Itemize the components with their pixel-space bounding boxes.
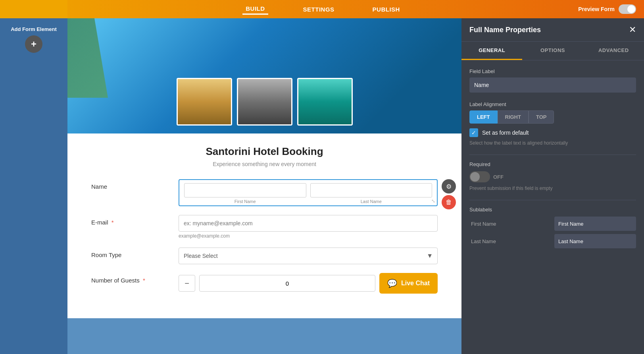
live-chat-label: Live Chat	[401, 280, 430, 287]
name-field-container[interactable]: First Name Last Name ⤡	[179, 179, 438, 206]
panel-title: Full Name Properties	[469, 26, 541, 34]
photo-2-inner	[238, 79, 291, 124]
align-right-button[interactable]: RIGHT	[498, 110, 529, 124]
tab-publish[interactable]: PUBLISH	[369, 4, 403, 14]
tab-general[interactable]: GENERAL	[461, 42, 522, 60]
panel-tabs: GENERAL OPTIONS ADVANCED	[461, 42, 644, 60]
field-label-section: Field Label	[469, 68, 636, 93]
room-type-label: Room Type	[91, 248, 171, 258]
name-label: Name	[91, 179, 171, 190]
divider-2	[469, 200, 636, 200]
guests-label: Number of Guests *	[91, 273, 171, 284]
add-icon[interactable]: +	[25, 35, 42, 53]
sublabels-header: Sublabels	[469, 207, 636, 213]
field-label-prop-label: Field Label	[469, 68, 636, 74]
add-form-element-button[interactable]: Add Form Element +	[11, 26, 57, 53]
guests-value-display: 0	[199, 275, 375, 292]
first-name-sublabel: First Name	[184, 199, 306, 204]
field-settings-button[interactable]: ⚙	[442, 179, 456, 193]
field-label-input[interactable]	[469, 77, 636, 93]
hero-photos	[177, 78, 353, 126]
photo-1-inner	[178, 79, 231, 124]
set-default-checkbox[interactable]: ✓	[469, 128, 478, 137]
guests-field-group: − 0 💬 Live Chat	[179, 273, 438, 294]
first-name-sublabel-input[interactable]	[554, 217, 636, 231]
form-hero-image	[67, 18, 461, 133]
name-form-row: Name First Name Last Name ⤡	[91, 179, 438, 206]
sublabels-grid: First Name Last Name	[469, 217, 636, 248]
email-form-row: E-mail * example@example.com	[91, 215, 438, 239]
tab-build[interactable]: BUILD	[242, 4, 268, 15]
tab-settings[interactable]: SETTINGS	[300, 4, 338, 14]
last-name-wrapper: Last Name	[310, 183, 433, 204]
required-toggle-label: OFF	[493, 174, 504, 180]
label-alignment-prop-label: Label Alignment	[469, 101, 636, 107]
room-type-form-row: Room Type Please Select ▼	[91, 248, 438, 264]
last-name-sublabel-label: Last Name	[469, 234, 551, 248]
right-panel: Full Name Properties ✕ GENERAL OPTIONS A…	[461, 18, 644, 354]
first-name-input[interactable]	[184, 183, 306, 197]
required-toggle-row: OFF	[469, 171, 636, 182]
resize-handle-icon: ⤡	[431, 198, 435, 204]
email-field-group: example@example.com	[179, 215, 438, 239]
room-type-select[interactable]: Please Select	[179, 248, 438, 264]
required-toggle[interactable]	[469, 171, 490, 182]
email-label: E-mail *	[91, 215, 171, 226]
field-actions: ⚙ 🗑	[442, 179, 456, 209]
number-guests-row: − 0 💬 Live Chat	[179, 273, 438, 294]
email-sublabel: example@example.com	[179, 233, 438, 239]
required-prop-label: Required	[469, 161, 636, 167]
last-name-sublabel: Last Name	[310, 199, 433, 204]
hero-photo-1	[177, 78, 232, 126]
form-content: Santorini Hotel Booking Experience somet…	[67, 133, 461, 318]
room-type-select-wrapper: Please Select ▼	[179, 248, 438, 264]
last-name-sublabel-input[interactable]	[554, 234, 636, 248]
required-help-text: Prevent submission if this field is empt…	[469, 186, 636, 191]
top-nav: BUILD SETTINGS PUBLISH Preview Form	[0, 0, 644, 18]
room-type-field-group: Please Select ▼	[179, 248, 438, 264]
gear-icon: ⚙	[446, 183, 452, 190]
preview-form-toggle[interactable]	[619, 4, 636, 14]
name-field-group: First Name Last Name ⤡	[179, 179, 438, 206]
panel-close-button[interactable]: ✕	[629, 25, 636, 34]
chat-bubble-icon: 💬	[387, 279, 397, 288]
align-top-button[interactable]: TOP	[529, 110, 554, 124]
email-required-star: *	[111, 219, 114, 226]
alignment-buttons: LEFT RIGHT TOP	[469, 110, 636, 124]
set-default-row: ✓ Set as form default	[469, 128, 636, 137]
trash-icon: 🗑	[446, 199, 452, 206]
divider-1	[469, 155, 636, 155]
form-subtitle: Experience something new every moment	[91, 161, 438, 167]
guests-decrement-button[interactable]: −	[179, 275, 195, 292]
panel-header: Full Name Properties ✕	[461, 18, 644, 42]
tab-options[interactable]: OPTIONS	[522, 42, 583, 60]
email-input[interactable]	[179, 215, 438, 232]
guests-required-star: *	[143, 277, 145, 284]
left-sidebar: Add Form Element +	[0, 18, 67, 354]
first-name-sublabel-label: First Name	[469, 217, 551, 231]
photo-3-inner	[298, 79, 352, 124]
sublabels-section: Sublabels First Name Last Name	[469, 207, 636, 248]
form-canvas: Santorini Hotel Booking Experience somet…	[67, 18, 461, 354]
nav-logo-area	[0, 0, 67, 18]
last-name-input[interactable]	[310, 183, 433, 197]
field-delete-button[interactable]: 🗑	[442, 195, 456, 209]
form-title: Santorini Hotel Booking	[91, 145, 438, 158]
main-layout: Add Form Element + Santorini Ho	[0, 18, 644, 354]
align-left-button[interactable]: LEFT	[469, 110, 498, 124]
label-alignment-section: Label Alignment LEFT RIGHT TOP ✓ Set as …	[469, 101, 636, 146]
live-chat-button[interactable]: 💬 Live Chat	[379, 273, 438, 294]
hero-photo-2	[237, 78, 292, 126]
preview-form-area: Preview Form	[578, 4, 636, 14]
first-name-wrapper: First Name	[184, 183, 306, 204]
guests-form-row: Number of Guests * − 0 💬 Live Chat	[91, 273, 438, 294]
set-default-label[interactable]: Set as form default	[482, 130, 529, 136]
hero-photo-3	[297, 78, 353, 126]
add-form-element-label: Add Form Element	[11, 26, 57, 32]
align-help-text: Select how the label text is aligned hor…	[469, 140, 636, 146]
nav-tabs: BUILD SETTINGS PUBLISH	[67, 4, 578, 15]
preview-form-label: Preview Form	[578, 6, 615, 12]
tab-advanced[interactable]: ADVANCED	[583, 42, 644, 60]
panel-body: Field Label Label Alignment LEFT RIGHT T…	[461, 60, 644, 354]
required-section: Required OFF Prevent submission if this …	[469, 161, 636, 191]
